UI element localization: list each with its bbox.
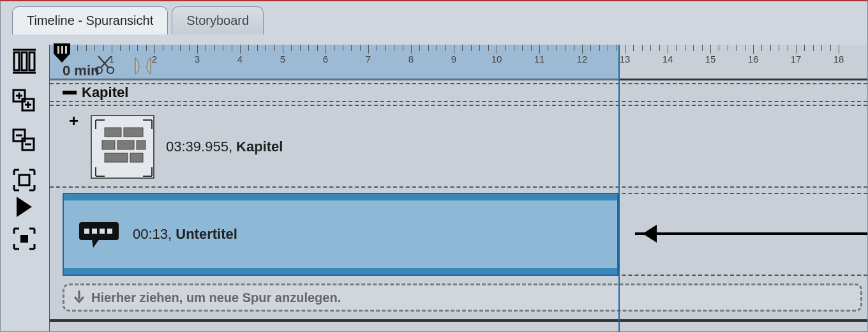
svg-line-23: [101, 56, 111, 68]
tracks-container: Kapitel + 03:39.955, Kapitel: [50, 80, 867, 331]
ruler-ticks: 123456789101112131415161718: [50, 45, 867, 80]
subtitle-icon: [77, 220, 121, 249]
add-clip-button[interactable]: +: [69, 111, 79, 131]
svg-rect-19: [61, 46, 63, 54]
svg-rect-18: [57, 46, 59, 54]
chapter-thumbnail[interactable]: [91, 115, 154, 179]
timeline-area: 123456789101112131415161718 0 min Kapite…: [49, 45, 867, 331]
new-track-drop-zone[interactable]: Hierher ziehen, um neue Spur anzulegen.: [63, 283, 862, 312]
svg-rect-34: [84, 229, 89, 234]
expand-all-icon[interactable]: [10, 87, 38, 115]
track-kapitel[interactable]: + 03:39.955, Kapitel: [50, 105, 867, 188]
left-toolbar: [7, 47, 41, 253]
svg-rect-30: [105, 153, 128, 162]
svg-rect-26: [124, 128, 143, 137]
subtitle-clip-label: 00:13, Untertitel: [133, 226, 237, 243]
crop-icon[interactable]: [10, 166, 38, 194]
playhead-line[interactable]: [618, 45, 620, 332]
track-header-kapitel: Kapitel: [50, 83, 867, 102]
play-icon[interactable]: [10, 200, 38, 213]
fit-icon[interactable]: [10, 225, 38, 253]
svg-point-22: [107, 67, 114, 73]
svg-rect-2: [29, 52, 34, 70]
track-untertitel[interactable]: 00:13, Untertitel: [63, 193, 867, 276]
svg-rect-25: [105, 128, 121, 137]
playhead-marker[interactable]: [52, 43, 71, 66]
kapitel-clip-label: 03:39.955, Kapitel: [166, 139, 283, 155]
svg-rect-1: [22, 52, 27, 70]
svg-point-21: [96, 67, 102, 73]
svg-rect-29: [137, 140, 146, 149]
svg-line-24: [98, 56, 108, 68]
shield-split-icon[interactable]: [133, 55, 153, 78]
down-arrow-icon: [73, 290, 85, 305]
drop-zone-label: Hierher ziehen, um neue Spur anzulegen.: [91, 290, 341, 305]
collapse-kapitel-button[interactable]: [63, 91, 77, 94]
subtitle-clip-bar[interactable]: 00:13, Untertitel: [63, 193, 618, 276]
svg-rect-37: [107, 229, 112, 234]
timeline-panel: Timeline - Spuransicht Storyboard 123456…: [0, 0, 868, 332]
back-arrow-icon: [635, 232, 867, 235]
time-ruler[interactable]: 123456789101112131415161718 0 min: [50, 45, 867, 80]
svg-rect-15: [19, 175, 29, 185]
tab-timeline[interactable]: Timeline - Spuransicht: [12, 6, 168, 34]
svg-marker-33: [92, 239, 100, 248]
svg-rect-20: [65, 46, 67, 54]
tab-storyboard[interactable]: Storyboard: [172, 6, 264, 34]
svg-rect-17: [20, 235, 28, 243]
svg-rect-36: [100, 229, 105, 234]
svg-marker-16: [17, 197, 32, 217]
collapse-all-icon[interactable]: [10, 126, 38, 155]
scissors-icon[interactable]: [94, 55, 115, 78]
svg-rect-0: [14, 52, 19, 70]
track-header-label: Kapitel: [82, 84, 128, 101]
tab-bar: Timeline - Spuransicht Storyboard: [12, 6, 264, 34]
svg-rect-28: [117, 140, 134, 149]
columns-icon[interactable]: [10, 47, 38, 75]
track-separator: [50, 319, 867, 322]
svg-rect-27: [102, 140, 115, 149]
svg-rect-35: [92, 229, 97, 234]
svg-rect-31: [130, 153, 143, 162]
